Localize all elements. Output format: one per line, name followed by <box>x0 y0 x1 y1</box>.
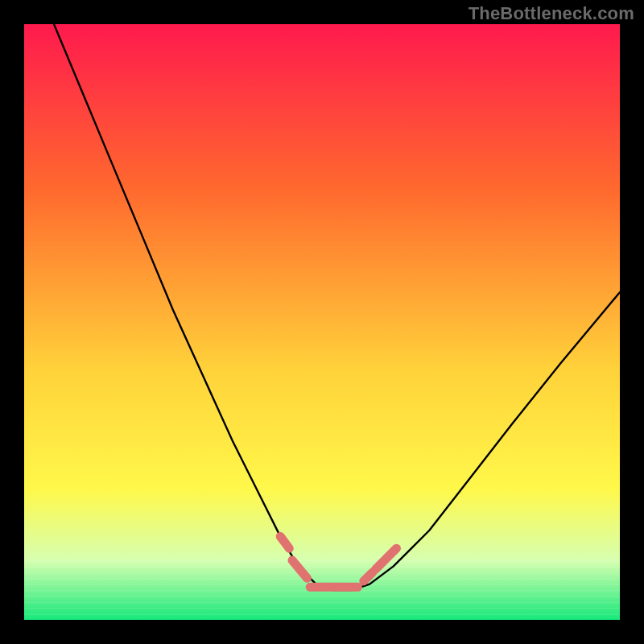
band-line <box>24 560 620 561</box>
plot-background <box>24 24 620 620</box>
chart-frame: TheBottleneck.com <box>0 0 644 644</box>
band-line <box>24 566 620 567</box>
band-line <box>24 614 620 615</box>
band-line <box>24 596 620 597</box>
band-line <box>24 608 620 609</box>
watermark-text: TheBottleneck.com <box>469 3 634 24</box>
valley-highlight <box>364 572 373 581</box>
bottleneck-chart <box>0 0 644 644</box>
band-line <box>24 578 620 579</box>
band-line <box>24 572 620 573</box>
band-line <box>24 602 620 603</box>
